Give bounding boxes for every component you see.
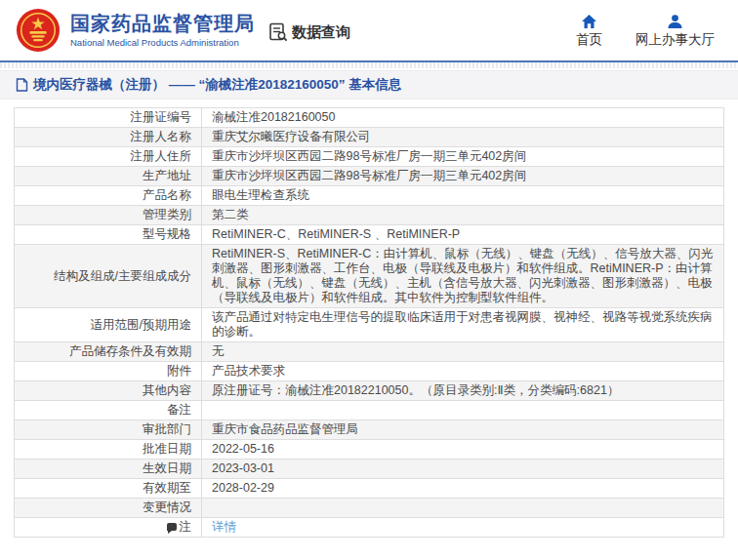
info-table: 注册证编号渝械注准20182160050注册人名称重庆艾尔曦医疗设备有限公司注册… [14,107,724,538]
row-value: 重庆艾尔曦医疗设备有限公司 [202,128,724,147]
table-row: 注详情 [15,518,724,538]
row-label: 其他内容 [15,381,202,401]
table-row: 产品名称眼电生理检查系统 [15,186,724,206]
row-label: 生产地址 [15,167,202,186]
table-row: 变更情况 [15,499,724,518]
nav-home-label: 首页 [576,32,602,48]
data-query[interactable]: 数据查询 [268,22,350,42]
table-row: 审批部门重庆市食品药品监督管理局 [15,420,724,440]
row-value: 无 [202,342,724,362]
detail-link[interactable]: 详情 [212,520,236,534]
row-label: 有效期至 [15,479,202,499]
registration-info-section: 注册证编号渝械注准20182160050注册人名称重庆艾尔曦医疗设备有限公司注册… [0,100,738,538]
table-row: 附件产品技术要求 [15,362,724,381]
row-value: 产品技术要求 [202,362,724,381]
nav-service-hall-label: 网上办事大厅 [636,32,715,48]
nav-home[interactable]: 首页 [576,14,602,48]
dotted-strip [0,62,738,68]
table-row: 备注 [15,401,724,420]
row-label: 产品储存条件及有效期 [15,342,202,362]
table-row: 结构及组成/主要组成成分RetiMINER-S、RetiMINER-C：由计算机… [15,245,724,308]
table-row: 型号规格RetiMINER-C、RetiMINER-S 、RetiMINER-P [15,225,724,245]
row-label: 注册人住所 [15,147,202,167]
table-row: 产品储存条件及有效期无 [15,342,724,362]
breadcrumb-text: 境内医疗器械（注册） —— “渝械注准20182160050” 基本信息 [33,76,401,94]
table-row: 有效期至2028-02-29 [15,479,724,499]
top-nav: 首页 网上办事大厅 [576,14,715,48]
person-icon [667,14,683,29]
row-label: 生效日期 [15,460,202,479]
row-value: RetiMINER-C、RetiMINER-S 、RetiMINER-P [202,225,724,245]
row-label: 备注 [15,401,202,420]
page-icon [16,78,28,92]
table-row: 注册人住所重庆市沙坪坝区西园二路98号标准厂房一期三单元402房间 [15,147,724,167]
row-label: 附件 [15,362,202,381]
nav-service-hall[interactable]: 网上办事大厅 [636,14,715,48]
table-row: 生产地址重庆市沙坪坝区西园二路98号标准厂房一期三单元402房间 [15,167,724,186]
table-row: 适用范围/预期用途该产品通过对特定电生理信号的提取临床适用于对患者视网膜、视神经… [15,308,724,342]
row-label: 型号规格 [15,225,202,245]
table-row: 注册证编号渝械注准20182160050 [15,108,724,128]
row-value [202,401,724,420]
row-label: 结构及组成/主要组成成分 [15,245,202,308]
table-row: 管理类别第二类 [15,206,724,225]
row-value: 详情 [202,518,724,538]
row-label: 批准日期 [15,440,202,460]
row-label: 审批部门 [15,420,202,440]
row-label: 适用范围/预期用途 [15,308,202,342]
row-label: 注册证编号 [15,108,202,128]
breadcrumb: 境内医疗器械（注册） —— “渝械注准20182160050” 基本信息 [0,70,738,100]
row-value: 渝械注准20182160050 [202,108,724,128]
row-value: 原注册证号：渝械注准20182210050。（原目录类别:Ⅱ类，分类编码:682… [202,381,724,401]
org-title-block: 国家药品监督管理局 National Medical Products Admi… [70,12,255,49]
home-icon [581,14,597,29]
row-value: 第二类 [202,206,724,225]
row-label: 变更情况 [15,499,202,518]
row-label: 注 [15,518,202,538]
site-header: 国家药品监督管理局 National Medical Products Admi… [0,0,738,60]
row-value: 眼电生理检查系统 [202,186,724,206]
row-value: 2028-02-29 [202,479,724,499]
org-name-cn: 国家药品监督管理局 [70,12,255,35]
row-value: 重庆市沙坪坝区西园二路98号标准厂房一期三单元402房间 [202,147,724,167]
row-value: 2022-05-16 [202,440,724,460]
row-value: 重庆市沙坪坝区西园二路98号标准厂房一期三单元402房间 [202,167,724,186]
row-label: 注册人名称 [15,128,202,147]
table-row: 注册人名称重庆艾尔曦医疗设备有限公司 [15,128,724,147]
row-value: 该产品通过对特定电生理信号的提取临床适用于对患者视网膜、视神经、视路等视觉系统疾… [202,308,724,342]
row-value [202,499,724,518]
table-row: 生效日期2023-03-01 [15,460,724,479]
table-row: 其他内容原注册证号：渝械注准20182210050。（原目录类别:Ⅱ类，分类编码… [15,381,724,401]
table-row: 批准日期2022-05-16 [15,440,724,460]
nmpa-logo-icon [16,8,61,53]
row-value: 重庆市食品药品监督管理局 [202,420,724,440]
row-label: 产品名称 [15,186,202,206]
row-value: RetiMINER-S、RetiMINER-C：由计算机、鼠标（无线）、键盘（无… [202,245,724,308]
data-query-label: 数据查询 [292,23,350,42]
org-name-en: National Medical Products Administration [70,37,255,49]
row-label: 管理类别 [15,206,202,225]
note-balloon-icon [167,523,177,531]
row-value: 2023-03-01 [202,460,724,479]
doc-search-icon [268,22,288,42]
